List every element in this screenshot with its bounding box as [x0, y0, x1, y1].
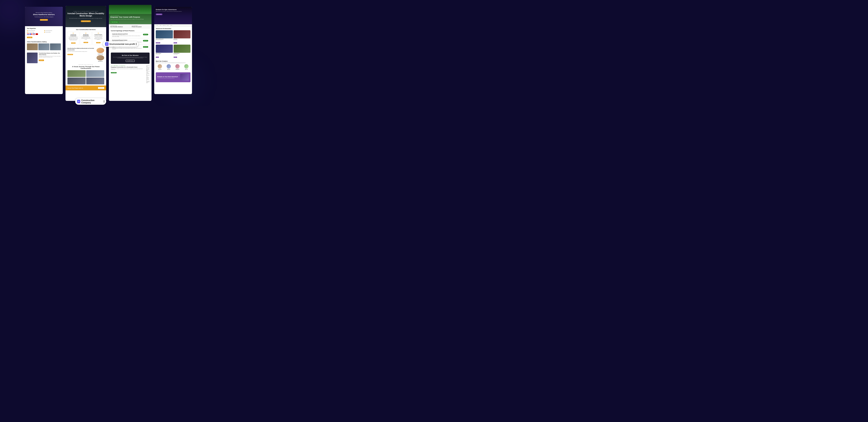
card4-cta-title: Embark on Your Next Adventure: [157, 76, 179, 78]
card3-commit-btn[interactable]: Join Our Mission: [111, 72, 117, 73]
card4-cta: Embark on Your Next Adventure Join our c…: [156, 72, 190, 82]
flag-1: [27, 33, 29, 35]
person1-name: Johnathon Smith: [96, 54, 104, 55]
card1-hero-title: Elena Hawthorne Interiors: [33, 13, 55, 16]
card2-services-grid: 01 Commercial Construction We offer comp…: [67, 32, 104, 45]
expertise-dot-2: [44, 30, 45, 31]
adv-btn-2[interactable]: Explore: [174, 42, 177, 44]
card1-expertise-grid: Architectural Design Commercial Design M…: [27, 30, 61, 33]
creator-4-role: Composer: [182, 69, 191, 70]
expertise-label-2: Commercial Design: [45, 30, 52, 31]
cursor-construction: [104, 100, 104, 103]
adv-btn-4[interactable]: Explore: [174, 57, 177, 58]
card4-hero-btn[interactable]: Start Your Quest: [156, 13, 162, 15]
card3-hero-sub: Explore career opportunities at Planet P…: [111, 19, 150, 20]
card3-hero-overlay: JOIN OUR MISSION Empower Your Career wit…: [109, 14, 152, 24]
service-3-btn[interactable]: Learn More: [96, 42, 100, 43]
nav-contact[interactable]: Contact: [170, 25, 173, 26]
page-wrapper: Welcome to Elena Hawthorne Interiors Ele…: [0, 0, 217, 106]
card2-hero: COMMITTED TO EXCELLENCE IN EVERY BUILD I…: [65, 6, 106, 27]
card2-intro-btn[interactable]: Meet Our Team: [67, 54, 73, 55]
card4-adventures: Advanced AI Interaction Advanced AI Inte…: [154, 27, 192, 59]
service-2-btn[interactable]: Learn More: [84, 42, 88, 43]
card2-cta-btn[interactable]: Contact Us: [98, 87, 104, 89]
card2-services-title: Our Construction Services: [67, 29, 104, 30]
nav-home[interactable]: Home: [156, 25, 159, 26]
adv-btn-1[interactable]: Learn More: [156, 42, 160, 44]
card3-hero-btn[interactable]: View Job Listings: [111, 21, 119, 23]
card-adventure-wrapper: Embark On Epic Adventures At Adventure N…: [154, 5, 192, 94]
card-interior: Welcome to Elena Hawthorne Interiors Ele…: [25, 7, 63, 94]
service-1-btn[interactable]: Learn More: [71, 43, 75, 44]
card1-story-title: Transforming Visions into Reality: Our C…: [39, 53, 61, 55]
card1-hero-btn[interactable]: Explore Our Work: [40, 19, 48, 21]
card2-hero-content: COMMITTED TO EXCELLENCE IN EVERY BUILD I…: [67, 11, 104, 22]
nav-adventures[interactable]: Adventures: [163, 25, 166, 26]
adv-img-2: [174, 30, 191, 38]
job-1-btn[interactable]: Apply Now: [143, 34, 148, 35]
card1-more-btn[interactable]: Learn More: [27, 37, 32, 38]
stat-2: Community Ethics Protect the planet: [130, 24, 152, 28]
gallery-thumb-2: [38, 44, 49, 50]
creator-2: Nikko Carr Art Director: [165, 64, 173, 70]
service-1: 01 Commercial Construction We offer comp…: [67, 32, 79, 45]
creator-1-avatar: [158, 64, 162, 68]
portfolio-img-1: [67, 70, 86, 77]
card3-mission-banner: Be Part of Our Mission Join our team of …: [111, 53, 150, 64]
job-1-info: Community Outreach Coordinator REMOTE / …: [112, 33, 142, 37]
badge-construction: AI Construction Company: [75, 98, 106, 105]
card3-openings-title: Current Openings at Planet Pioneers: [111, 30, 150, 31]
creator-3-role: Writer: [174, 69, 182, 70]
service-3-desc: Ironclad Construction specializes in cus…: [93, 36, 103, 40]
card4-hero: Embark On Epic Adventures At Adventure N…: [154, 7, 192, 24]
service-2-num: 02: [81, 33, 91, 34]
card2-person1-photo: [96, 48, 104, 53]
card2-portfolio-tag: EXPLORE OUR PORTFOLIO: [67, 64, 104, 65]
gallery-thumb-1: [27, 44, 38, 50]
service-1-num: 01: [68, 33, 78, 34]
nav-creators[interactable]: Creators: [166, 25, 169, 26]
card3-commit-right: Engagement and collaboration are at ever…: [146, 65, 150, 83]
card2-hero-tag: COMMITTED TO EXCELLENCE IN EVERY BUILD: [67, 11, 104, 12]
creator-1: Barry Torre Lead Designer: [156, 64, 164, 70]
card1-story-btn[interactable]: Read More: [39, 59, 44, 61]
card2-hero-btn[interactable]: Explore Our Projects: [81, 20, 91, 22]
badge-nonprofit-text: Environmental non-profit: [110, 43, 135, 45]
stat-2-val: Protect the planet: [132, 26, 150, 27]
adv-btn-3[interactable]: Listen: [156, 57, 159, 58]
gallery-thumb-3: [50, 44, 61, 50]
job-1-location: REMOTE / MULTIPLE LOCATIONS: [112, 34, 142, 35]
job-2-btn[interactable]: Apply Now: [143, 40, 148, 41]
card2-cta-bar: Secure Your Project with Us. Contact Us: [65, 86, 106, 90]
service-2: 02 Residential Construction Our resident…: [80, 32, 92, 45]
nav-about[interactable]: About: [159, 25, 162, 26]
card2-intro-photos: Johnathon Smith Samantha Lee: [96, 48, 104, 62]
creator-1-role: Lead Designer: [156, 69, 164, 70]
card2-intro-body: Meet our team of experienced professiona…: [67, 51, 95, 52]
badge-construction-text: Construction Company: [81, 99, 103, 104]
card4-hero-top: Embark On Epic Adventures At Adventure N…: [156, 9, 190, 15]
job-1: Community Outreach Coordinator REMOTE / …: [111, 32, 150, 38]
card4-creators: Meet Our Creators At Adventure Nexus, ou…: [154, 59, 192, 72]
expertise-dot-3: [27, 32, 28, 33]
card-adventure: Embark On Epic Adventures At Adventure N…: [154, 7, 192, 94]
card3-hero-title: Empower Your Career with Purpose: [111, 16, 150, 18]
card4-hero-title: Embark On Epic Adventures: [156, 9, 190, 11]
job-3-btn[interactable]: Apply Now: [143, 46, 148, 48]
card4-adv-grid: Advanced AI Interaction Cutting edge exp…: [156, 30, 190, 58]
service-1-desc: We offer comprehensive commercial constr…: [68, 37, 78, 40]
creator-3: Bobby Martin Writer: [174, 64, 182, 70]
card4-creators-grid: Barry Torre Lead Designer Nikko Carr Art…: [156, 64, 190, 70]
adv-sub-1: Cutting edge experiences: [156, 39, 173, 40]
service-1-name: Commercial Construction: [68, 34, 78, 36]
card4-cta-sub: Join our community and experience the ul…: [157, 78, 179, 79]
card2-intro-heading: Introducing the skilled professionals at…: [67, 48, 95, 50]
adv-img-1: [156, 30, 173, 38]
card4-creators-title: Meet Our Creators: [156, 60, 190, 62]
card3-commit-heading: Engaging Communities for a Sustainable F…: [111, 66, 145, 68]
card3-mission-btn[interactable]: View All Positions: [126, 60, 134, 62]
portfolio-img-3: [67, 78, 86, 84]
expertise-item-1: Architectural Design: [27, 30, 43, 31]
card4-cta-text: Embark on Your Next Adventure Join our c…: [157, 76, 179, 78]
creator-2-role: Art Director: [165, 69, 173, 70]
